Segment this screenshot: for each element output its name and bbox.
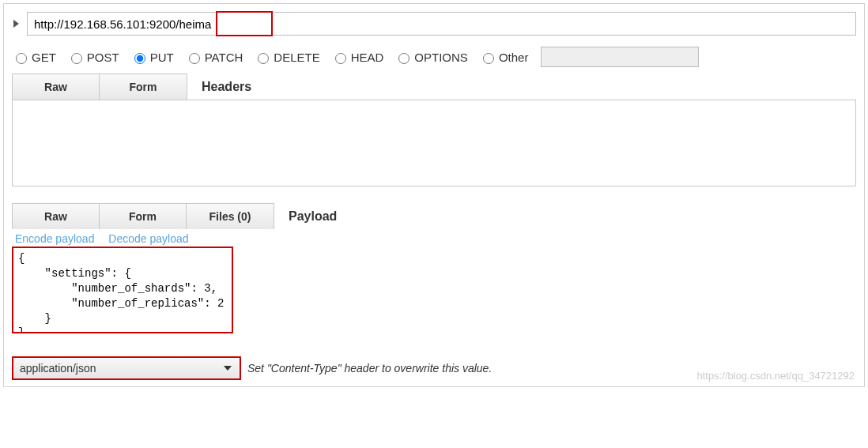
method-head[interactable]: HEAD: [331, 51, 384, 64]
content-type-value: application/json: [20, 362, 96, 375]
headers-title: Headers: [187, 73, 251, 100]
request-panel: GET POST PUT PATCH DELETE HEAD OPTIONS O…: [3, 3, 865, 387]
method-other-input[interactable]: [541, 47, 699, 67]
method-label: HEAD: [351, 51, 384, 64]
method-label: OPTIONS: [414, 51, 468, 64]
payload-links: Encode payload Decode payload: [15, 232, 856, 245]
method-label: Other: [499, 51, 529, 64]
method-label: DELETE: [274, 51, 319, 64]
method-label: GET: [32, 51, 56, 64]
url-row: [12, 12, 856, 36]
payload-tab-raw[interactable]: Raw: [13, 204, 100, 229]
method-delete[interactable]: DELETE: [254, 51, 319, 64]
method-label: PATCH: [205, 51, 243, 64]
decode-payload-link[interactable]: Decode payload: [108, 232, 188, 245]
url-input[interactable]: [27, 12, 856, 36]
payload-tab-form[interactable]: Form: [100, 204, 187, 229]
headers-tab-raw[interactable]: Raw: [13, 74, 100, 100]
method-label: POST: [87, 51, 119, 64]
content-type-caption: Set "Content-Type" header to overwrite t…: [247, 362, 492, 375]
http-method-group: GET POST PUT PATCH DELETE HEAD OPTIONS O…: [12, 47, 856, 67]
headers-section-header: Raw Form Headers: [12, 73, 856, 100]
content-type-select[interactable]: application/json: [12, 356, 241, 380]
headers-tabs: Raw Form: [12, 73, 187, 100]
method-options[interactable]: OPTIONS: [394, 51, 468, 64]
method-label: PUT: [150, 51, 174, 64]
method-post[interactable]: POST: [67, 51, 119, 64]
method-patch[interactable]: PATCH: [185, 51, 243, 64]
method-put[interactable]: PUT: [130, 51, 174, 64]
method-other[interactable]: Other: [479, 51, 529, 64]
headers-tab-form[interactable]: Form: [100, 74, 187, 100]
headers-textarea[interactable]: [12, 100, 856, 186]
encode-payload-link[interactable]: Encode payload: [15, 232, 94, 245]
method-get[interactable]: GET: [12, 51, 56, 64]
payload-tab-files[interactable]: Files (0): [187, 204, 274, 229]
expand-icon[interactable]: [13, 20, 19, 28]
payload-section-header: Raw Form Files (0) Payload: [12, 203, 856, 229]
payload-title: Payload: [274, 203, 337, 229]
payload-tabs: Raw Form Files (0): [12, 203, 274, 229]
watermark: https://blog.csdn.net/qq_34721292: [697, 370, 855, 382]
payload-textarea[interactable]: [12, 247, 233, 333]
